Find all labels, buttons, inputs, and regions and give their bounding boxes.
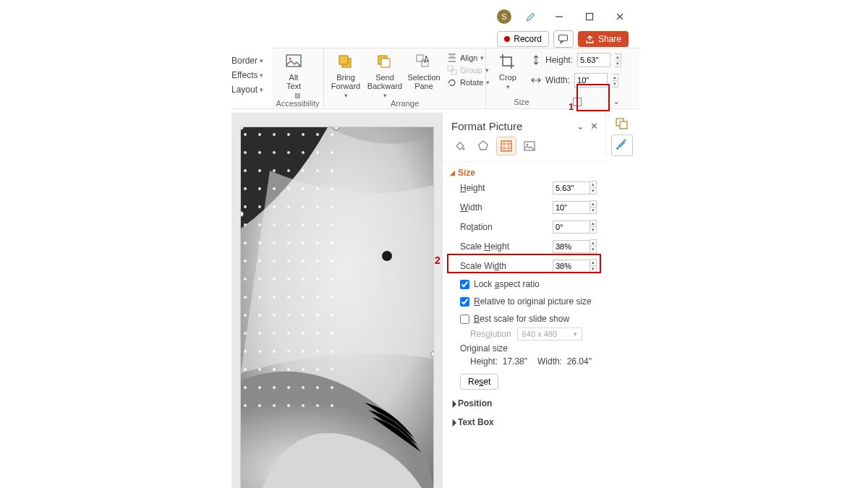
position-section: ◢ Position: [443, 393, 605, 411]
layout-menu[interactable]: Layout▾: [231, 82, 263, 97]
slide[interactable]: [241, 127, 433, 488]
chevron-down-icon: ▾: [383, 92, 387, 99]
svg-rect-19: [501, 141, 511, 151]
size-section-header[interactable]: ◢ Size: [450, 168, 600, 178]
group-icon: [447, 65, 457, 75]
annotation-label-1: 1: [569, 101, 574, 112]
svg-rect-8: [339, 56, 348, 64]
pane-header: Format Picture ⌄ ✕: [443, 113, 605, 137]
border-menu[interactable]: Border▾: [231, 53, 263, 68]
svg-point-18: [463, 148, 465, 150]
ribbon-group-label: ▧ Accessibility: [272, 90, 323, 111]
align-menu[interactable]: Align▾: [447, 53, 490, 63]
eyedropper-icon[interactable]: [524, 10, 537, 23]
arrange-small-stack: Align▾ Group▾ Rotate▾: [447, 53, 490, 87]
chevron-down-icon: ▾: [506, 83, 510, 90]
annotation-label-2: 2: [435, 254, 441, 266]
user-avatar[interactable]: S: [497, 9, 511, 24]
spinner[interactable]: ▴▾: [590, 200, 597, 214]
designer-button[interactable]: [611, 134, 633, 156]
width-field: Width ▴▾: [450, 197, 600, 217]
resolution-row: Resolution 640 x 480 ▾: [450, 328, 600, 341]
ribbon-group-accessibility: Alt Text ▧ Accessibility: [272, 48, 324, 109]
spinner[interactable]: ▴▾: [590, 181, 597, 194]
relative-original-row: Relative to original picture size: [450, 293, 600, 310]
tab-fill-line[interactable]: [450, 137, 470, 155]
chevron-down-icon: ▾: [260, 68, 263, 82]
alt-text-button[interactable]: Alt Text: [278, 53, 310, 90]
selection-pane-icon: [414, 53, 433, 72]
svg-point-21: [527, 144, 529, 146]
spinner[interactable]: ▴▾: [590, 239, 597, 253]
svg-rect-14: [448, 66, 453, 71]
ribbon-collapse-button[interactable]: ⌄: [613, 96, 620, 106]
rotate-menu[interactable]: Rotate▾: [447, 77, 490, 87]
annotation-box-1: [576, 84, 610, 111]
bring-forward-icon: [336, 53, 355, 72]
annotation-box-2: [447, 254, 601, 273]
chevron-down-icon: ▾: [260, 53, 263, 68]
spinner[interactable]: ▴▾: [612, 74, 618, 87]
pane-close-button[interactable]: ✕: [590, 121, 598, 132]
svg-point-24: [624, 141, 626, 142]
tab-effects[interactable]: [473, 137, 493, 155]
height-icon: [531, 55, 541, 65]
lock-aspect-ratio-checkbox[interactable]: [460, 280, 469, 289]
bring-forward-button[interactable]: Bring Forward ▾: [330, 53, 362, 99]
spinner[interactable]: ▴▾: [590, 220, 597, 234]
close-button[interactable]: [611, 8, 629, 25]
minimize-button[interactable]: [550, 8, 568, 25]
effects-menu[interactable]: Effects▾: [231, 68, 263, 82]
dot-overlay: [241, 127, 433, 488]
textbox-section-header[interactable]: ◢ Text Box: [450, 417, 600, 427]
width-input[interactable]: [553, 201, 590, 214]
record-dot-icon: [504, 36, 510, 42]
reset-button[interactable]: Reset: [460, 374, 498, 390]
pane-switcher-icon[interactable]: [615, 117, 629, 130]
launcher-icon[interactable]: ▧: [294, 92, 301, 99]
scale-height-input[interactable]: [553, 240, 590, 253]
svg-rect-10: [381, 59, 390, 67]
rotation-input[interactable]: [553, 221, 590, 234]
best-scale-checkbox[interactable]: [460, 314, 469, 324]
pane-options-button[interactable]: ⌄: [576, 121, 584, 132]
pane-title: Format Picture: [451, 120, 522, 132]
pane-tabs: [443, 137, 605, 162]
group-menu[interactable]: Group▾: [447, 65, 490, 75]
position-section-header[interactable]: ◢ Position: [450, 398, 600, 408]
pentagon-icon: [477, 140, 490, 153]
maximize-button[interactable]: [581, 8, 598, 25]
ribbon-group-arrange: Bring Forward ▾ Send Backward ▾ Selectio…: [324, 48, 486, 109]
format-picture-pane: Format Picture ⌄ ✕ ◢ Size: [442, 113, 605, 488]
record-label: Record: [514, 34, 542, 44]
tab-size-properties[interactable]: [496, 137, 516, 155]
share-icon: [585, 35, 595, 44]
comments-button[interactable]: [553, 30, 574, 48]
crop-icon: [498, 53, 517, 72]
ribbon-height-input[interactable]: [577, 53, 610, 67]
relative-original-checkbox[interactable]: [460, 297, 469, 307]
selection-pane-button[interactable]: Selection Pane: [408, 53, 440, 90]
height-field: Height ▴▾: [450, 178, 600, 197]
ribbon-height-row: Height: ▴▾: [531, 53, 621, 67]
send-backward-button[interactable]: Send Backward ▾: [369, 53, 401, 99]
svg-rect-15: [451, 69, 456, 74]
share-button[interactable]: Share: [578, 31, 629, 47]
record-button[interactable]: Record: [497, 31, 549, 47]
chevron-down-icon: ▾: [344, 92, 348, 99]
slide-editor: [231, 113, 442, 488]
svg-rect-23: [620, 121, 627, 129]
paint-bucket-icon: [454, 140, 467, 153]
crop-button[interactable]: Crop ▾: [492, 53, 524, 90]
height-input[interactable]: [553, 181, 590, 194]
svg-rect-4: [558, 35, 567, 41]
tab-picture[interactable]: [519, 137, 540, 155]
title-bar: S: [497, 6, 629, 27]
resolution-select: 640 x 480 ▾: [517, 328, 582, 341]
spinner[interactable]: ▴▾: [615, 53, 621, 67]
triangle-right-icon: ◢: [448, 418, 456, 427]
picture-icon: [523, 140, 536, 153]
svg-rect-11: [417, 55, 423, 61]
right-strip: [605, 113, 637, 156]
width-icon: [531, 75, 541, 85]
